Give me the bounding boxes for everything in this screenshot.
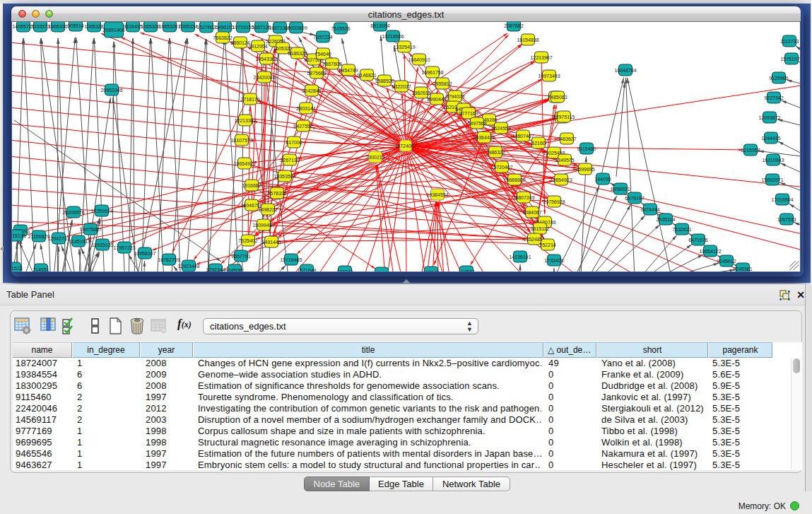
svg-text:8215958: 8215958 (741, 148, 760, 153)
svg-text:252214: 252214 (539, 243, 555, 247)
svg-text:2718170: 2718170 (240, 97, 259, 102)
svg-text:8427552: 8427552 (293, 124, 312, 129)
svg-text:21156829: 21156829 (28, 234, 50, 239)
svg-text:1615112: 1615112 (531, 226, 550, 231)
svg-text:817006: 817006 (286, 140, 302, 145)
svg-text:9463627: 9463627 (557, 136, 576, 141)
svg-text:6679197: 6679197 (625, 196, 644, 201)
svg-text:13325419: 13325419 (393, 45, 415, 49)
svg-text:19218506: 19218506 (382, 34, 404, 39)
svg-text:9245061: 9245061 (225, 268, 244, 272)
svg-text:912345: 912345 (423, 270, 439, 272)
svg-text:16107573: 16107573 (230, 138, 252, 143)
svg-text:15716485: 15716485 (280, 257, 302, 262)
svg-text:12935135: 12935135 (91, 243, 113, 247)
svg-text:8454749: 8454749 (339, 68, 358, 73)
svg-text:144095: 144095 (594, 177, 611, 182)
svg-text:13654923: 13654923 (550, 177, 572, 182)
svg-text:905514: 905514 (67, 23, 83, 28)
svg-text:6794028: 6794028 (445, 94, 464, 99)
svg-text:17359924: 17359924 (90, 209, 112, 214)
svg-text:20206576: 20206576 (62, 210, 84, 215)
svg-text:12975115: 12975115 (553, 115, 575, 119)
svg-text:1527602: 1527602 (196, 25, 216, 30)
svg-text:13353594: 13353594 (273, 174, 295, 179)
svg-text:15692971: 15692971 (761, 177, 783, 182)
svg-text:3912954: 3912954 (248, 44, 267, 49)
svg-text:19654925: 19654925 (233, 161, 255, 166)
svg-text:10688609: 10688609 (503, 177, 525, 182)
svg-text:6497568: 6497568 (467, 121, 486, 126)
svg-text:1498222: 1498222 (258, 207, 277, 212)
svg-text:7515526: 7515526 (331, 26, 350, 31)
svg-text:17016504: 17016504 (771, 197, 793, 202)
svg-text:2803144: 2803144 (296, 106, 315, 111)
svg-text:1292344: 1292344 (206, 267, 225, 272)
svg-text:16033809: 16033809 (285, 25, 307, 30)
svg-text:20953346: 20953346 (100, 88, 122, 93)
svg-text:8471676: 8471676 (688, 238, 707, 243)
svg-text:10654122: 10654122 (699, 249, 721, 254)
svg-text:1362615: 1362615 (411, 90, 430, 95)
svg-text:12942737: 12942737 (47, 236, 69, 241)
svg-text:1065328: 1065328 (84, 24, 103, 29)
svg-text:14136141: 14136141 (509, 255, 531, 259)
svg-text:3624554: 3624554 (491, 126, 510, 131)
svg-text:19975857: 19975857 (79, 227, 101, 232)
svg-text:9084067: 9084067 (522, 210, 541, 215)
svg-text:1491446: 1491446 (261, 240, 281, 245)
svg-text:16154838: 16154838 (517, 37, 539, 42)
svg-text:8186328: 8186328 (288, 51, 307, 56)
svg-text:1571648: 1571648 (297, 268, 316, 272)
svg-text:1112733: 1112733 (780, 39, 799, 44)
svg-text:7663822: 7663822 (213, 35, 232, 40)
svg-text:1605322: 1605322 (273, 46, 292, 51)
svg-text:18724007: 18724007 (394, 144, 416, 148)
svg-text:16961758: 16961758 (421, 70, 443, 75)
svg-text:7986322: 7986322 (486, 150, 505, 155)
svg-text:191513: 191513 (12, 266, 23, 271)
svg-text:1349575: 1349575 (555, 158, 574, 163)
svg-text:9146821: 9146821 (357, 73, 376, 78)
svg-text:9245612: 9245612 (717, 259, 736, 264)
svg-text:15720407: 15720407 (490, 165, 512, 170)
svg-text:1965326: 1965326 (48, 24, 67, 29)
svg-text:20691406: 20691406 (102, 28, 124, 33)
svg-text:20364436: 20364436 (473, 135, 495, 140)
svg-text:8990448: 8990448 (427, 97, 446, 102)
svg-text:10543362: 10543362 (255, 57, 277, 62)
svg-text:1916682: 1916682 (242, 183, 261, 188)
svg-text:214551: 214551 (33, 267, 49, 272)
svg-text:9474444: 9474444 (640, 207, 659, 212)
svg-text:3915131: 3915131 (12, 233, 26, 238)
svg-text:10653267: 10653267 (158, 24, 180, 29)
svg-text:16210643: 16210643 (762, 158, 784, 163)
svg-text:10719155: 10719155 (232, 25, 254, 30)
svg-text:3660124: 3660124 (230, 40, 249, 45)
svg-text:16640910: 16640910 (408, 57, 430, 62)
svg-text:1145191: 1145191 (69, 239, 88, 244)
svg-text:10807487: 10807487 (512, 134, 534, 139)
svg-text:8958921: 8958921 (611, 187, 630, 192)
svg-text:1167533: 1167533 (777, 217, 796, 222)
svg-text:2387682: 2387682 (504, 23, 523, 28)
svg-text:16782759: 16782759 (158, 257, 180, 262)
svg-text:9616415: 9616415 (123, 24, 142, 29)
svg-text:127343: 127343 (336, 269, 353, 272)
svg-text:2935114: 2935114 (657, 217, 676, 222)
svg-text:16099489: 16099489 (252, 223, 274, 228)
svg-text:134551: 134551 (373, 271, 389, 272)
svg-text:754640: 754640 (314, 52, 331, 57)
svg-text:1065326: 1065326 (141, 24, 160, 29)
svg-text:9129966: 9129966 (769, 76, 788, 81)
svg-text:1733426: 1733426 (544, 258, 563, 263)
svg-text:12213967: 12213967 (530, 55, 552, 60)
svg-text:9115460: 9115460 (577, 146, 596, 151)
svg-text:20756928: 20756928 (543, 199, 565, 204)
svg-text:12213382: 12213382 (234, 118, 256, 123)
svg-text:2867608: 2867608 (322, 62, 341, 66)
svg-text:9227342: 9227342 (764, 95, 783, 100)
svg-text:9777169: 9777169 (459, 111, 478, 116)
svg-text:7955812: 7955812 (433, 81, 452, 86)
svg-text:18807249: 18807249 (512, 195, 534, 200)
